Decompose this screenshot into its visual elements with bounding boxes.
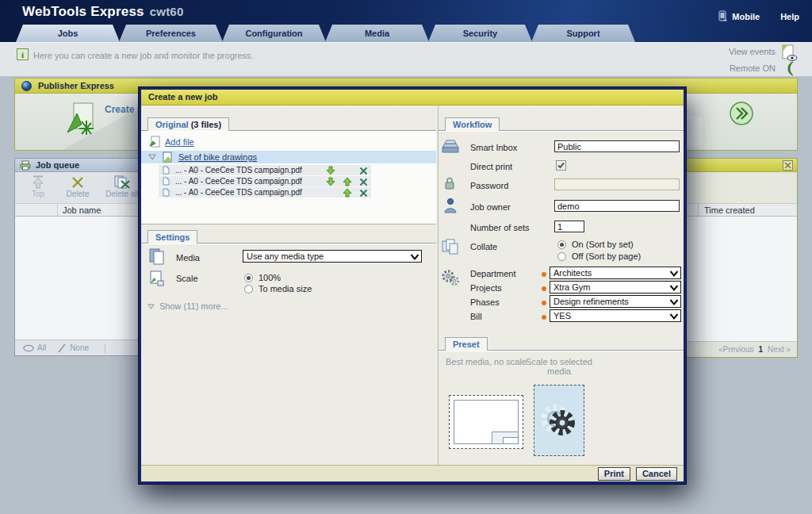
expand-triangle-icon	[147, 304, 155, 309]
media-select[interactable]: Use any media type	[243, 250, 422, 263]
remote-on-icon	[783, 61, 795, 76]
delete-all-button[interactable]: Delete all	[105, 175, 139, 198]
tab-security[interactable]: Security	[428, 25, 532, 42]
radio-selected[interactable]	[557, 240, 566, 249]
collapse-triangle-icon[interactable]	[148, 154, 156, 160]
smart-inbox-input[interactable]	[554, 140, 680, 152]
direct-print-checkbox[interactable]	[556, 160, 566, 171]
preset-tab[interactable]: Preset	[445, 337, 488, 351]
show-more-link[interactable]: Show (11) more...	[147, 301, 228, 311]
select-none-icon	[57, 343, 67, 353]
check-icon	[557, 161, 565, 170]
time-created-column-header: Time created	[699, 205, 755, 215]
bill-select[interactable]: YES	[550, 309, 681, 322]
preset-section: Preset	[439, 337, 684, 351]
tab-support[interactable]: Support	[531, 25, 635, 42]
media-label: Media	[176, 253, 200, 263]
remove-file-icon[interactable]	[359, 178, 368, 186]
tab-media[interactable]: Media	[325, 25, 429, 42]
settings-section: Settings	[141, 230, 436, 244]
accounting-gears-icon	[441, 269, 460, 286]
cancel-button[interactable]: Cancel	[636, 467, 677, 481]
number-of-sets-input[interactable]	[554, 221, 584, 232]
job-owner-icon	[444, 198, 457, 213]
view-events-icon[interactable]	[780, 44, 798, 62]
phases-label: Phases	[470, 297, 500, 307]
chevron-down-icon	[669, 284, 679, 292]
go-create-job-icon[interactable]	[729, 101, 754, 126]
close-panel-icon[interactable]	[783, 160, 793, 171]
scale-100-radio[interactable]: 100%	[244, 273, 281, 282]
original-tab[interactable]: Original (3 files)	[147, 117, 229, 131]
footer-divider	[105, 343, 105, 353]
app-header: WebTools Expresscwt60 Mobile Help Jobs P…	[0, 0, 812, 42]
tab-preferences[interactable]: Preferences	[119, 25, 223, 42]
file-icon	[163, 166, 170, 175]
help-link[interactable]: Help	[780, 12, 799, 21]
radio-unselected[interactable]	[244, 285, 253, 293]
file-row[interactable]: ... - A0 - CeeCee TDS campaign.pdf	[159, 176, 371, 186]
preset-scale-thumbnail[interactable]	[534, 385, 584, 456]
print-button[interactable]: Print	[598, 467, 630, 481]
number-of-sets-label: Number of sets	[470, 223, 530, 232]
settings-tab[interactable]: Settings	[147, 230, 197, 244]
tab-configuration[interactable]: Configuration	[222, 25, 326, 42]
tab-jobs[interactable]: Jobs	[16, 25, 120, 42]
top-button[interactable]: Top	[26, 175, 50, 198]
file-name: ... - A0 - CeeCee TDS campaign.pdf	[175, 166, 302, 175]
remote-status[interactable]: Remote ON	[730, 63, 776, 73]
file-group-row[interactable]: Set of bike drawings	[141, 151, 436, 163]
select-none-button[interactable]: None	[57, 343, 89, 353]
lock-icon	[444, 177, 455, 190]
current-page-number: 1	[759, 345, 764, 354]
create-new-job-icon[interactable]	[64, 101, 98, 136]
chevron-down-icon	[669, 270, 679, 278]
direct-print-label: Direct print	[470, 162, 512, 171]
add-file-icon	[149, 136, 160, 148]
mobile-icon	[718, 10, 728, 22]
file-icon	[163, 188, 170, 197]
projects-select[interactable]: Xtra Gym	[550, 281, 681, 293]
collate-off-radio[interactable]: Off (Sort by page)	[557, 251, 641, 261]
original-section: Original (3 files)	[141, 117, 436, 132]
dialog-right-column: Workflow Smart Inbox Direct print	[438, 105, 684, 465]
radio-unselected[interactable]	[557, 252, 566, 261]
select-all-icon	[23, 344, 34, 352]
previous-page-link[interactable]: «Previous	[718, 345, 753, 354]
move-down-icon[interactable]	[326, 177, 335, 186]
file-group-name[interactable]: Set of bike drawings	[178, 152, 257, 162]
create-job-dialog: Create a new job Original (3 files) Add …	[139, 87, 686, 484]
file-row[interactable]: ... - A0 - CeeCee TDS campaign.pdf	[159, 187, 371, 198]
original-file-count: (3 files)	[191, 120, 222, 129]
file-name: ... - A0 - CeeCee TDS campaign.pdf	[175, 188, 302, 197]
add-file-button[interactable]: Add file	[149, 136, 194, 148]
view-events-link[interactable]: View events	[729, 47, 776, 56]
job-owner-input[interactable]	[554, 200, 680, 212]
required-indicator	[542, 272, 546, 277]
move-down-icon[interactable]	[326, 166, 335, 175]
remove-file-icon[interactable]	[359, 167, 368, 175]
preset-best-media-thumbnail[interactable]	[449, 395, 523, 449]
select-all-button[interactable]: All	[23, 343, 46, 352]
job-queue-title: Job queue	[36, 160, 79, 170]
info-bar: i Here you can create a new job and moni…	[0, 42, 812, 76]
move-up-icon[interactable]	[343, 177, 352, 186]
move-up-icon[interactable]	[343, 188, 352, 198]
mobile-link[interactable]: Mobile	[718, 10, 760, 22]
required-indicator	[542, 286, 546, 291]
bill-label: Bill	[470, 312, 482, 321]
phases-select[interactable]: Design refinements	[550, 295, 681, 308]
department-select[interactable]: Architects	[550, 267, 681, 279]
collate-on-radio[interactable]: On (Sort by set)	[557, 240, 634, 249]
dialog-footer: Print Cancel	[141, 465, 684, 481]
file-row[interactable]: ... - A0 - CeeCee TDS campaign.pdf	[159, 165, 371, 175]
remove-file-icon[interactable]	[359, 189, 368, 198]
next-page-link[interactable]: Next »	[768, 345, 791, 354]
workflow-tab[interactable]: Workflow	[445, 117, 500, 131]
dialog-title: Create a new job	[141, 90, 684, 105]
scale-to-media-radio[interactable]: To media size	[244, 284, 312, 293]
radio-selected[interactable]	[244, 274, 253, 282]
top-arrow-icon	[31, 175, 45, 189]
delete-button[interactable]: Delete	[66, 175, 90, 198]
preset-option-label: Scale to selected media	[518, 357, 600, 376]
